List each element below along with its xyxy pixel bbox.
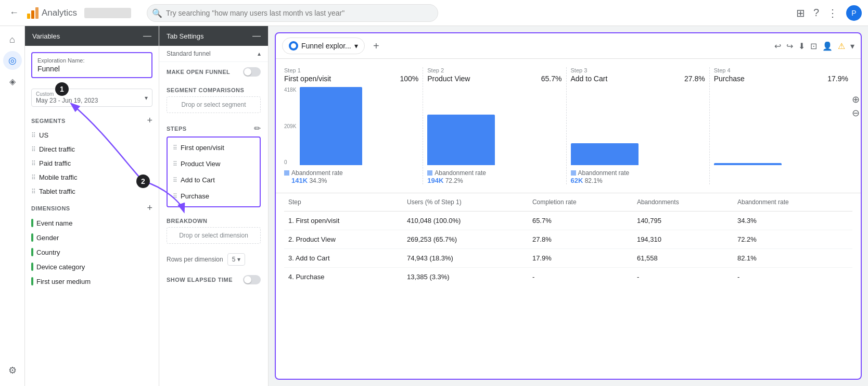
segment-item-paid[interactable]: ⠿ Paid traffic (25, 156, 159, 170)
dimension-item-country[interactable]: Country (25, 245, 159, 259)
data-table: Step Users (% of Step 1) Completion rate… (284, 193, 852, 286)
make-open-funnel-label: MAKE OPEN FUNNEL (167, 69, 230, 75)
cell-completion: 17.9% (528, 249, 633, 268)
bar-container-3 (571, 87, 705, 165)
cell-completion: 65.7% (528, 211, 633, 230)
abandonment-info-2: Abandonment rate (427, 169, 561, 177)
dimension-item-medium[interactable]: First user medium (25, 274, 159, 289)
make-open-funnel-toggle[interactable] (243, 67, 261, 77)
step-item-4[interactable]: ⠿ Purchase (168, 188, 260, 204)
funnel-type-selector[interactable]: Standard funnel ▴ (159, 46, 268, 62)
cell-step: 1. First open/visit (284, 211, 403, 230)
zoom-out-icon[interactable]: ⊖ (852, 107, 860, 119)
funnel-table: Step Users (% of Step 1) Completion rate… (276, 193, 861, 379)
step-item-2[interactable]: ⠿ Product View (168, 156, 260, 172)
segment-item-us[interactable]: ⠿ US (25, 128, 159, 142)
cell-step: 4. Purchase (284, 268, 403, 287)
dimensions-add-button[interactable]: + (147, 203, 152, 214)
bar-4 (714, 163, 782, 165)
col-header-users: Users (% of Step 1) (403, 193, 528, 211)
dimension-label: Device category (36, 263, 85, 271)
dimension-color-bar (31, 248, 33, 256)
steps-edit-icon[interactable]: ✏ (254, 123, 261, 133)
variables-panel-header: Variables — (25, 26, 159, 46)
segments-add-button[interactable]: + (147, 115, 152, 126)
table-row: 1. First open/visit 410,048 (100.0%) 65.… (284, 211, 852, 230)
show-elapsed-time-row: SHOW ELAPSED TIME (159, 270, 268, 290)
drag-handle: ⠿ (173, 193, 177, 200)
make-open-funnel-toggle-row: MAKE OPEN FUNNEL (159, 62, 268, 82)
add-tab-button[interactable]: + (369, 39, 384, 53)
rows-per-dimension-select[interactable]: 5 ▾ (227, 253, 246, 266)
bar-1 (300, 87, 362, 165)
breakdown-label: BREAKDOWN (159, 213, 268, 227)
nav-reports[interactable]: ◎ (3, 51, 22, 70)
search-input[interactable] (147, 4, 438, 22)
exploration-name-value: Funnel (37, 65, 146, 73)
search-bar[interactable]: 🔍 (147, 4, 438, 22)
share-icon[interactable]: 👤 (822, 41, 833, 51)
drag-handle: ⠿ (31, 160, 36, 167)
avatar[interactable]: P (846, 5, 862, 21)
variables-minimize[interactable]: — (143, 31, 151, 41)
search-icon: 🔍 (152, 8, 162, 18)
download-icon[interactable]: ⬇ (798, 41, 805, 51)
abandonment-label: Abandonment rate (435, 169, 486, 177)
drag-handle: ⠿ (31, 132, 36, 139)
exploration-name-label: Exploration Name: (37, 57, 146, 64)
dimension-label: Country (36, 248, 60, 256)
nav-settings[interactable]: ⚙ (3, 361, 22, 380)
step-item-1[interactable]: ⠿ First open/visit (168, 140, 260, 156)
exploration-name-box[interactable]: Exploration Name: Funnel (31, 52, 152, 78)
more-icon[interactable]: ⋮ (827, 7, 838, 19)
rows-per-dimension-label: Rows per dimension (167, 256, 223, 263)
segment-item-direct[interactable]: ⠿ Direct traffic (25, 142, 159, 156)
fullscreen-icon[interactable]: ⊡ (810, 41, 817, 51)
toggle-knob (244, 68, 251, 76)
table-row: 4. Purchase 13,385 (3.3%) - - - (284, 268, 852, 287)
dimension-label: First user medium (36, 278, 91, 285)
svg-point-0 (291, 43, 296, 48)
segments-section-header: SEGMENTS + (25, 111, 159, 128)
step-item-3[interactable]: ⠿ Add to Cart (168, 172, 260, 188)
logo-icon (27, 7, 39, 19)
dimension-item-device[interactable]: Device category (25, 259, 159, 274)
apps-icon[interactable]: ⊞ (796, 7, 805, 19)
undo-icon[interactable]: ↩ (774, 41, 781, 51)
redo-icon[interactable]: ↪ (786, 41, 793, 51)
expand-icon[interactable]: ▾ (850, 41, 854, 51)
annotation-1: 1 (55, 82, 69, 96)
step-num-2: Step 2 (427, 67, 561, 73)
toggle-knob (244, 276, 251, 283)
drop-segment-zone[interactable]: Drop or select segment (167, 96, 261, 113)
dimension-item-gender[interactable]: Gender (25, 230, 159, 245)
tab-settings-title: Tab Settings (167, 32, 204, 40)
nav-home[interactable]: ⌂ (3, 30, 22, 49)
tab-settings-minimize[interactable]: — (252, 31, 261, 41)
back-button[interactable]: ← (6, 4, 22, 21)
abandonment-color (427, 170, 432, 176)
account-switcher[interactable] (84, 8, 131, 18)
cell-completion: 27.8% (528, 230, 633, 249)
abandonment-value-1: 141K 34.3% (291, 177, 418, 184)
date-range-label: Custom (36, 91, 143, 97)
warning-icon[interactable]: ⚠ (838, 41, 845, 51)
help-icon[interactable]: ? (813, 7, 819, 19)
col-header-completion: Completion rate (528, 193, 633, 211)
dimension-item-event[interactable]: Event name (25, 216, 159, 230)
show-elapsed-time-toggle[interactable] (243, 275, 261, 284)
abandonment-value-3: 62K 82.1% (571, 177, 705, 184)
steps-title: STEPS (167, 126, 187, 132)
col-header-abandonment-rate: Abandonment rate (733, 193, 852, 211)
step-name-1: First open/visit 100% (284, 74, 418, 83)
funnel-tab[interactable]: Funnel explor... ▾ (282, 38, 365, 54)
segment-label: Direct traffic (39, 145, 75, 153)
zoom-in-icon[interactable]: ⊕ (852, 94, 860, 105)
annotation-2: 2 (136, 175, 150, 188)
bar-container-1: 418K 209K 0 (284, 87, 418, 165)
drop-dimension-zone[interactable]: Drop or select dimension (167, 227, 261, 244)
date-range-picker[interactable]: Custom May 23 - Jun 19, 2023 ▾ (31, 89, 152, 107)
segment-label: Mobile traffic (39, 173, 77, 181)
abandonment-color (284, 170, 289, 176)
nav-explore[interactable]: ◈ (3, 72, 22, 91)
